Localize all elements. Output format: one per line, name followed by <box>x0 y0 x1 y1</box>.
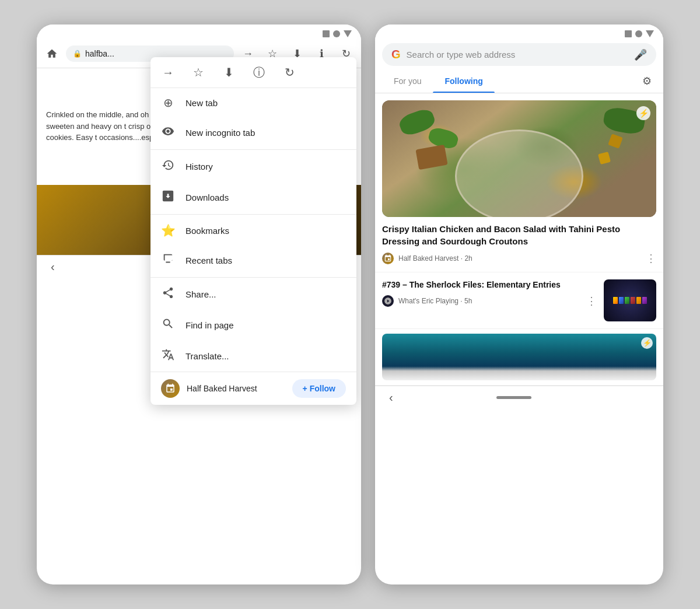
tab-for-you[interactable]: For you <box>382 69 433 93</box>
lightning-badge-1: ⚡ <box>636 106 650 120</box>
menu-history[interactable]: History <box>150 151 356 182</box>
article-title-1: Crispy Italian Chicken and Bacon Salad w… <box>382 223 656 247</box>
lightning-badge-3: ⚡ <box>641 337 653 349</box>
status-triangle-icon <box>344 30 352 37</box>
follow-site-name: Half Baked Harvest <box>187 384 285 393</box>
search-bar-container: G Search or type web address 🎤 <box>375 40 663 69</box>
menu-share[interactable]: Share... <box>150 279 356 310</box>
share-label: Share... <box>186 289 216 299</box>
downloads-label: Downloads <box>186 192 229 202</box>
article-title-2: #739 – The Sherlock Files: Elementary En… <box>382 279 597 291</box>
new-tab-icon: ⊕ <box>161 96 175 110</box>
toolbar-refresh-btn[interactable]: ↻ <box>279 62 300 83</box>
right-bottom-nav: ‹ <box>375 386 663 411</box>
left-phone: 🔒 halfba... → ☆ ⬇ ℹ ↻ — HALF — HAR Crink… <box>37 24 361 584</box>
right-status-bar <box>375 24 663 40</box>
downloads-icon <box>161 190 175 205</box>
sherlock-thumbnail <box>604 279 656 321</box>
article-card-1: ⚡ Crispy Italian Chicken and Bacon Salad… <box>375 93 663 272</box>
translate-icon <box>161 348 175 364</box>
plate <box>455 130 583 217</box>
microphone-icon[interactable]: 🎤 <box>634 48 647 61</box>
search-placeholder: Search or type web address <box>407 50 628 60</box>
toolbar-download-btn[interactable]: ⬇ <box>218 62 239 83</box>
right-back-button[interactable]: ‹ <box>389 391 393 404</box>
google-logo: G <box>391 48 401 61</box>
menu-bookmarks[interactable]: ⭐ Bookmarks <box>150 216 356 245</box>
article-thumbnail-2 <box>604 279 656 321</box>
translate-label: Translate... <box>186 351 229 361</box>
menu-divider-3 <box>150 277 356 278</box>
article-more-btn-1[interactable]: ⋮ <box>646 252 656 265</box>
article-card-3: ⚡ <box>375 329 663 386</box>
toolbar-forward-btn[interactable]: → <box>158 62 178 83</box>
left-status-bar <box>37 24 361 40</box>
source-icon-2 <box>382 295 394 307</box>
recent-tabs-label: Recent tabs <box>186 256 232 265</box>
menu-new-tab[interactable]: ⊕ New tab <box>150 88 356 117</box>
site-favicon <box>161 379 180 398</box>
menu-recent-tabs[interactable]: Recent tabs <box>150 245 356 276</box>
home-button[interactable] <box>41 43 62 64</box>
status-square-icon <box>323 30 330 37</box>
news-feed: ⚡ Crispy Italian Chicken and Bacon Salad… <box>375 93 663 386</box>
dropdown-menu: → ☆ ⬇ ⓘ ↻ ⊕ New tab New incognito tab Hi… <box>150 57 356 405</box>
share-icon <box>161 286 175 302</box>
incognito-icon <box>161 125 175 141</box>
article-meta-2: What's Eric Playing · 5h ⋮ <box>382 295 597 307</box>
follow-row: Half Baked Harvest + Follow <box>150 372 356 405</box>
source-icon-1 <box>382 253 394 264</box>
source-name-1: Half Baked Harvest · 2h <box>398 254 641 262</box>
search-bar[interactable]: G Search or type web address 🎤 <box>382 43 656 66</box>
menu-translate[interactable]: Translate... <box>150 341 356 372</box>
right-status-square <box>625 30 632 37</box>
toolbar-star-btn[interactable]: ☆ <box>188 62 209 83</box>
new-tab-label: New tab <box>186 98 218 108</box>
history-label: History <box>186 162 213 172</box>
article-text-2: #739 – The Sherlock Files: Elementary En… <box>382 279 597 307</box>
incognito-label: New incognito tab <box>186 128 255 138</box>
menu-divider-1 <box>150 149 356 150</box>
find-in-page-label: Find in page <box>186 320 234 330</box>
right-phone: G Search or type web address 🎤 For you F… <box>375 24 663 584</box>
source-name-2: What's Eric Playing · 5h <box>398 297 582 305</box>
history-icon <box>161 159 175 174</box>
article-image-1: ⚡ <box>382 100 656 217</box>
right-home-indicator[interactable] <box>496 396 531 399</box>
menu-divider-2 <box>150 214 356 215</box>
bookmarks-label: Bookmarks <box>186 226 229 236</box>
right-status-circle <box>635 30 642 37</box>
teaser-image-3: ⚡ <box>382 334 656 380</box>
right-status-triangle <box>646 30 654 37</box>
menu-find-in-page[interactable]: Find in page <box>150 310 356 341</box>
settings-icon[interactable]: ⚙ <box>638 70 656 92</box>
sherlock-cards-visual <box>611 295 649 306</box>
menu-downloads[interactable]: Downloads <box>150 182 356 213</box>
news-tabs: For you Following ⚙ <box>375 69 663 93</box>
tab-following[interactable]: Following <box>433 69 494 93</box>
find-icon <box>161 317 175 333</box>
dropdown-toolbar: → ☆ ⬇ ⓘ ↻ <box>150 57 356 88</box>
article-card-2: #739 – The Sherlock Files: Elementary En… <box>375 272 663 329</box>
bookmarks-icon: ⭐ <box>161 223 175 237</box>
status-circle-icon <box>333 30 340 37</box>
back-button[interactable]: ‹ <box>51 260 55 274</box>
recent-tabs-icon <box>161 253 175 268</box>
toolbar-info-btn[interactable]: ⓘ <box>249 62 270 83</box>
salad-image <box>382 100 656 217</box>
follow-button[interactable]: + Follow <box>292 379 346 398</box>
lock-icon: 🔒 <box>73 50 82 58</box>
menu-new-incognito-tab[interactable]: New incognito tab <box>150 117 356 148</box>
article-more-btn-2[interactable]: ⋮ <box>586 295 597 307</box>
article-meta-1: Half Baked Harvest · 2h ⋮ <box>382 252 656 265</box>
